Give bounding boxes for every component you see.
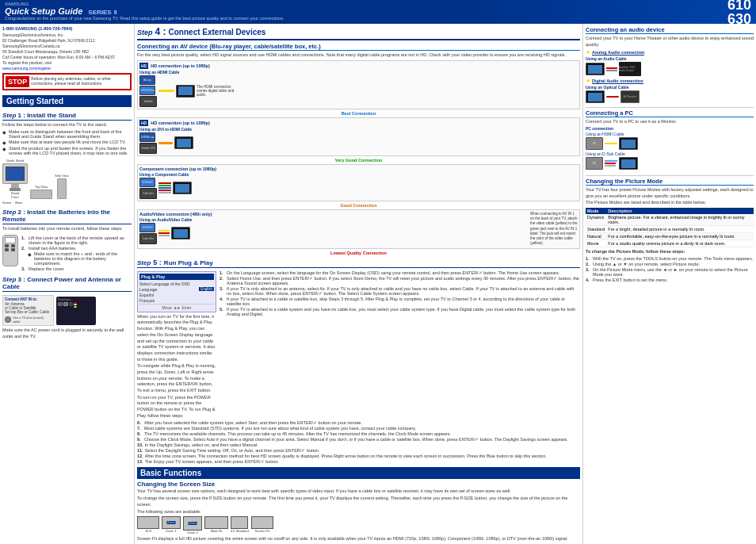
optical-cable: [606, 96, 619, 98]
step5-header: Step 5 : Run Plug & Play: [137, 259, 580, 268]
screen-169: 16:9: [137, 516, 159, 534]
mode-natural: Natural: [586, 233, 606, 240]
desc-standard: For a bright, detailed picture in a norm…: [606, 226, 754, 233]
remote-diagram: [2, 235, 18, 266]
round-connector: [5, 316, 11, 323]
cable-component: Cable Box: [139, 188, 157, 199]
bluray-icon: Blu-ray: [139, 75, 155, 85]
component-connection: Component connection (up to 1080p) Using…: [137, 164, 580, 201]
screen-fit: Screen Fit: [251, 516, 273, 534]
series-label: SERIES: [88, 9, 111, 16]
dvd-av: VCR/DVD: [139, 223, 155, 232]
audio-white: [606, 70, 617, 71]
audio-device-title: Connecting an audio device: [586, 26, 754, 34]
hdmi-diagram: Blu-ray DVD/HD Box Satellite The HDMI co…: [139, 75, 578, 107]
comp-blue: [158, 187, 171, 189]
table-row: Natural For a comfortable, easy-on-the-e…: [586, 233, 754, 240]
hd2-header: HD HD connection (up to 1080p): [139, 120, 578, 126]
screen-sizes-note: The following sizes are available:: [137, 509, 580, 515]
step1-bullets: ◆ Make sure to distinguish between the f…: [2, 128, 132, 156]
hd-connection-1: HD HD connection (up to 1080p) Using an …: [137, 60, 580, 109]
digital-audio: ★ Digital Audio connection Using an Opti…: [586, 78, 754, 103]
stand-diagrams: Guide Stand Stand Front Top View Side Vi…: [2, 159, 132, 199]
digital-audio-title: Digital Audio connection: [592, 79, 643, 84]
screen-size-desc: Your TV has several screen size options,…: [137, 488, 580, 495]
optical-receiver-icon: AV Receiver: [620, 90, 640, 103]
analog-audio-title: Analog Audio connection: [592, 50, 644, 56]
plug-play-dialog: Plug & Play Select Language of the OSD L…: [137, 270, 216, 420]
dialog-row-1: Select Language of the OSD: [139, 282, 214, 286]
mode-dynamic: Dynamic: [586, 214, 606, 226]
picture-mode-table-note: The Picture Modes are listed and describ…: [586, 200, 754, 206]
tv-pc-hdmi-icon: [619, 137, 638, 150]
screen-zoom2: Zoom Zoom 2: [183, 516, 202, 534]
picture-mode-steps: 1.With the TV on, press the TOOLS button…: [586, 256, 754, 282]
screen-size-howto: To change the screen size, press the P.S…: [137, 496, 580, 508]
hd-connection-2: HD HD connection (up to 1080p) Using an …: [137, 117, 580, 156]
step1-instruction: Follow the steps below to connect the TV…: [2, 122, 132, 128]
step2-steps: 1.Lift the cover at the back of the remo…: [21, 235, 132, 272]
hd1-header: HD HD connection (up to 1080p): [139, 63, 578, 69]
hdmi-cable-1: [158, 90, 174, 92]
best-connection-label: Best Connection: [137, 111, 580, 116]
av-diagram: VCR/DVD Cable Box: [139, 223, 528, 244]
step2-header: Step 2 : Install the Batteries into the …: [2, 209, 132, 224]
picture-mode-table: Mode Description Dynamic Brightens pictu…: [586, 208, 754, 247]
page-header: SAMSUNG Quick Setup Guide SERIES 6 Congr…: [0, 0, 756, 24]
step2-instruction: To install batteries into your remote co…: [2, 226, 132, 232]
dvd-component: VCR/DVD: [139, 178, 155, 187]
step3-diagram: Connect ANT IN to: Air: Antenna or Cable…: [2, 295, 132, 326]
analog-audio: ★ Analog Audio connection Using an Audio…: [586, 49, 754, 76]
dialog-row-2: Language English: [139, 287, 214, 292]
pc-dsub-icon: PC: [586, 157, 603, 170]
pc-dsub-label: Using an D-Sub Cable: [586, 151, 754, 156]
logo-area: SAMSUNG Quick Setup Guide SERIES 6 Congr…: [5, 2, 284, 21]
pc-hdmi-label: PC connection: [586, 126, 754, 131]
quick-label: Quick: [5, 6, 29, 16]
av-white: [158, 235, 170, 236]
dialog-title: Plug & Play: [139, 274, 214, 280]
picture-mode-section: Changing the Picture Mode Your TV has fo…: [586, 178, 754, 283]
pc-section: Connecting a PC Connect your TV to a PC …: [586, 109, 754, 171]
screen-size-title: Changing the Screen Size: [137, 481, 580, 488]
av-red: [158, 232, 170, 234]
lowest-label: Lowest Quality Connection: [137, 251, 580, 255]
dialog-row-3: Español: [139, 293, 214, 297]
analog-audio-diagram: Amplifier / DVD Home Theater: [586, 62, 754, 76]
middle-column: Step 4 : Connect External Devices Connec…: [135, 24, 583, 544]
good-label: Good Connection: [137, 203, 580, 208]
dvi-diagram: DVD/Blu-ray Satellite STB: [139, 132, 578, 154]
changing-screen-size-section: Changing the Screen Size Your TV has sev…: [137, 479, 580, 544]
step5-navigation: To navigate while Plug & Play is running…: [137, 363, 216, 393]
tv-side-view: [57, 178, 67, 199]
how-to-change-label: To change the Picture Mode, follow these…: [586, 249, 754, 255]
step5-desc: When you turn on TV for the first time, …: [137, 314, 216, 363]
step5-content: Plug & Play Select Language of the OSD L…: [137, 270, 580, 420]
getting-started-banner: Getting Started: [2, 95, 132, 107]
pc-title: Connecting a PC: [586, 109, 754, 117]
tv-dvi-icon: [174, 136, 193, 149]
after-step4-steps: 6.After you have selected the cable syst…: [137, 420, 580, 464]
pc-hdmi-using: Using an HDMI Cable: [586, 132, 754, 136]
table-row: Standard For a bright, detailed picture …: [586, 226, 754, 233]
pc-desc: Connect your TV to a PC to use it as a M…: [586, 119, 754, 125]
pc-hdmi-cable: [605, 143, 617, 144]
tv-av-icon: [171, 227, 190, 239]
audio-dsub-red: [605, 163, 616, 164]
dvi-cable: [158, 142, 173, 144]
cable-av: Cable Box: [139, 233, 157, 244]
audio-device-desc: Connect your TV to your Home Theater or …: [586, 36, 754, 48]
stand-labels: Screw · Base: [2, 201, 132, 205]
model-numbers: 610 630: [727, 0, 751, 26]
tv-front-view: [2, 163, 28, 184]
digital-star-icon: ★: [586, 78, 590, 84]
stop-box: STOP Before placing any antennas, cables…: [2, 73, 132, 90]
dvd-icon: DVD/HD Box: [139, 86, 155, 95]
step3-note: Make sure the AC power cord is plugged i…: [2, 328, 132, 339]
digital-using: Using an Optical Cable: [586, 85, 754, 90]
section-divider-1: [586, 107, 754, 108]
desc-movie: For a studio quality cinema picture in a…: [606, 240, 754, 247]
left-column: 1-800-SAMSUNG (1-800-726-7864) Samsung/E…: [0, 24, 135, 544]
av-yellow: [158, 230, 170, 232]
bluray-dvi: DVD/Blu-ray: [139, 132, 155, 142]
